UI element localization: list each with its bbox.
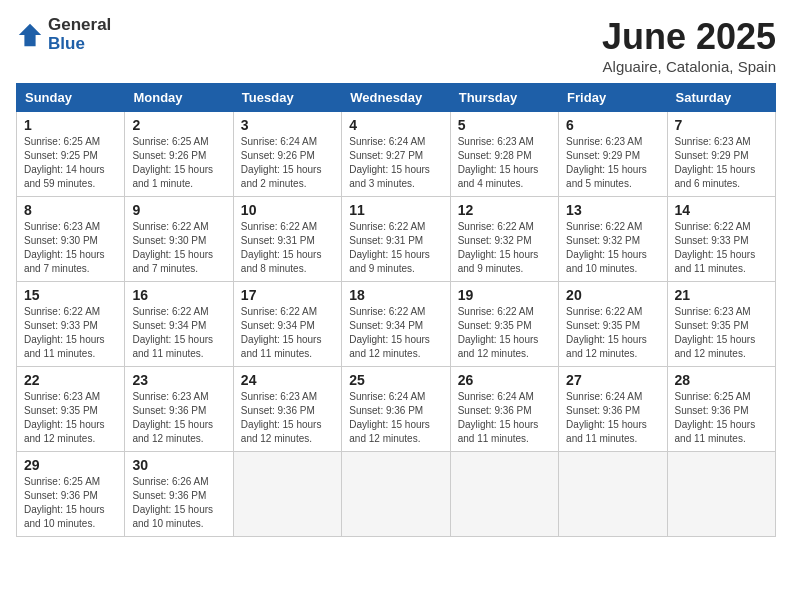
day-number: 16	[132, 287, 225, 303]
day-number: 15	[24, 287, 117, 303]
calendar-cell: 5Sunrise: 6:23 AM Sunset: 9:28 PM Daylig…	[450, 112, 558, 197]
day-number: 6	[566, 117, 659, 133]
calendar-cell: 3Sunrise: 6:24 AM Sunset: 9:26 PM Daylig…	[233, 112, 341, 197]
day-number: 7	[675, 117, 768, 133]
svg-marker-0	[19, 23, 41, 45]
calendar-cell: 1Sunrise: 6:25 AM Sunset: 9:25 PM Daylig…	[17, 112, 125, 197]
day-number: 13	[566, 202, 659, 218]
calendar-cell: 27Sunrise: 6:24 AM Sunset: 9:36 PM Dayli…	[559, 367, 667, 452]
day-info: Sunrise: 6:22 AM Sunset: 9:35 PM Dayligh…	[566, 305, 659, 361]
calendar-cell: 28Sunrise: 6:25 AM Sunset: 9:36 PM Dayli…	[667, 367, 775, 452]
header-wednesday: Wednesday	[342, 84, 450, 112]
day-info: Sunrise: 6:25 AM Sunset: 9:36 PM Dayligh…	[24, 475, 117, 531]
calendar-cell	[450, 452, 558, 537]
day-info: Sunrise: 6:23 AM Sunset: 9:29 PM Dayligh…	[566, 135, 659, 191]
day-number: 26	[458, 372, 551, 388]
day-info: Sunrise: 6:22 AM Sunset: 9:32 PM Dayligh…	[566, 220, 659, 276]
day-info: Sunrise: 6:23 AM Sunset: 9:30 PM Dayligh…	[24, 220, 117, 276]
day-number: 21	[675, 287, 768, 303]
day-info: Sunrise: 6:26 AM Sunset: 9:36 PM Dayligh…	[132, 475, 225, 531]
calendar-subtitle: Alguaire, Catalonia, Spain	[602, 58, 776, 75]
calendar-cell: 23Sunrise: 6:23 AM Sunset: 9:36 PM Dayli…	[125, 367, 233, 452]
day-number: 24	[241, 372, 334, 388]
header-friday: Friday	[559, 84, 667, 112]
day-info: Sunrise: 6:22 AM Sunset: 9:33 PM Dayligh…	[24, 305, 117, 361]
day-number: 19	[458, 287, 551, 303]
calendar-cell: 4Sunrise: 6:24 AM Sunset: 9:27 PM Daylig…	[342, 112, 450, 197]
day-number: 11	[349, 202, 442, 218]
day-info: Sunrise: 6:22 AM Sunset: 9:31 PM Dayligh…	[349, 220, 442, 276]
day-info: Sunrise: 6:22 AM Sunset: 9:34 PM Dayligh…	[241, 305, 334, 361]
calendar-cell	[342, 452, 450, 537]
day-number: 28	[675, 372, 768, 388]
calendar-cell: 17Sunrise: 6:22 AM Sunset: 9:34 PM Dayli…	[233, 282, 341, 367]
day-number: 10	[241, 202, 334, 218]
day-number: 9	[132, 202, 225, 218]
calendar-row: 15Sunrise: 6:22 AM Sunset: 9:33 PM Dayli…	[17, 282, 776, 367]
day-info: Sunrise: 6:22 AM Sunset: 9:33 PM Dayligh…	[675, 220, 768, 276]
day-number: 2	[132, 117, 225, 133]
day-number: 3	[241, 117, 334, 133]
header-monday: Monday	[125, 84, 233, 112]
day-info: Sunrise: 6:22 AM Sunset: 9:34 PM Dayligh…	[132, 305, 225, 361]
header-sunday: Sunday	[17, 84, 125, 112]
day-number: 20	[566, 287, 659, 303]
calendar-cell: 18Sunrise: 6:22 AM Sunset: 9:34 PM Dayli…	[342, 282, 450, 367]
calendar-cell: 12Sunrise: 6:22 AM Sunset: 9:32 PM Dayli…	[450, 197, 558, 282]
logo-text-blue: Blue	[48, 35, 111, 54]
day-number: 27	[566, 372, 659, 388]
day-info: Sunrise: 6:23 AM Sunset: 9:35 PM Dayligh…	[24, 390, 117, 446]
day-info: Sunrise: 6:25 AM Sunset: 9:36 PM Dayligh…	[675, 390, 768, 446]
calendar-cell: 30Sunrise: 6:26 AM Sunset: 9:36 PM Dayli…	[125, 452, 233, 537]
day-number: 5	[458, 117, 551, 133]
calendar-cell	[559, 452, 667, 537]
day-number: 23	[132, 372, 225, 388]
logo-text-general: General	[48, 16, 111, 35]
day-number: 30	[132, 457, 225, 473]
day-number: 17	[241, 287, 334, 303]
day-info: Sunrise: 6:23 AM Sunset: 9:28 PM Dayligh…	[458, 135, 551, 191]
calendar-cell: 7Sunrise: 6:23 AM Sunset: 9:29 PM Daylig…	[667, 112, 775, 197]
day-info: Sunrise: 6:25 AM Sunset: 9:25 PM Dayligh…	[24, 135, 117, 191]
day-number: 22	[24, 372, 117, 388]
calendar-cell: 22Sunrise: 6:23 AM Sunset: 9:35 PM Dayli…	[17, 367, 125, 452]
day-info: Sunrise: 6:24 AM Sunset: 9:26 PM Dayligh…	[241, 135, 334, 191]
calendar-cell: 2Sunrise: 6:25 AM Sunset: 9:26 PM Daylig…	[125, 112, 233, 197]
calendar-row: 29Sunrise: 6:25 AM Sunset: 9:36 PM Dayli…	[17, 452, 776, 537]
day-number: 29	[24, 457, 117, 473]
calendar-cell: 10Sunrise: 6:22 AM Sunset: 9:31 PM Dayli…	[233, 197, 341, 282]
day-info: Sunrise: 6:24 AM Sunset: 9:36 PM Dayligh…	[566, 390, 659, 446]
calendar-cell: 20Sunrise: 6:22 AM Sunset: 9:35 PM Dayli…	[559, 282, 667, 367]
calendar-cell: 29Sunrise: 6:25 AM Sunset: 9:36 PM Dayli…	[17, 452, 125, 537]
header-tuesday: Tuesday	[233, 84, 341, 112]
calendar-title: June 2025	[602, 16, 776, 58]
calendar-cell: 8Sunrise: 6:23 AM Sunset: 9:30 PM Daylig…	[17, 197, 125, 282]
calendar-cell: 16Sunrise: 6:22 AM Sunset: 9:34 PM Dayli…	[125, 282, 233, 367]
day-number: 12	[458, 202, 551, 218]
calendar-row: 1Sunrise: 6:25 AM Sunset: 9:25 PM Daylig…	[17, 112, 776, 197]
day-number: 25	[349, 372, 442, 388]
day-info: Sunrise: 6:24 AM Sunset: 9:36 PM Dayligh…	[458, 390, 551, 446]
calendar-cell: 21Sunrise: 6:23 AM Sunset: 9:35 PM Dayli…	[667, 282, 775, 367]
day-info: Sunrise: 6:22 AM Sunset: 9:35 PM Dayligh…	[458, 305, 551, 361]
day-info: Sunrise: 6:22 AM Sunset: 9:31 PM Dayligh…	[241, 220, 334, 276]
calendar-cell	[667, 452, 775, 537]
day-info: Sunrise: 6:22 AM Sunset: 9:30 PM Dayligh…	[132, 220, 225, 276]
calendar-cell: 26Sunrise: 6:24 AM Sunset: 9:36 PM Dayli…	[450, 367, 558, 452]
title-area: June 2025 Alguaire, Catalonia, Spain	[602, 16, 776, 75]
calendar-cell: 15Sunrise: 6:22 AM Sunset: 9:33 PM Dayli…	[17, 282, 125, 367]
day-info: Sunrise: 6:22 AM Sunset: 9:32 PM Dayligh…	[458, 220, 551, 276]
day-number: 1	[24, 117, 117, 133]
day-info: Sunrise: 6:24 AM Sunset: 9:27 PM Dayligh…	[349, 135, 442, 191]
calendar-row: 22Sunrise: 6:23 AM Sunset: 9:35 PM Dayli…	[17, 367, 776, 452]
day-info: Sunrise: 6:23 AM Sunset: 9:36 PM Dayligh…	[241, 390, 334, 446]
day-info: Sunrise: 6:23 AM Sunset: 9:35 PM Dayligh…	[675, 305, 768, 361]
day-number: 8	[24, 202, 117, 218]
calendar-row: 8Sunrise: 6:23 AM Sunset: 9:30 PM Daylig…	[17, 197, 776, 282]
header: General Blue June 2025 Alguaire, Catalon…	[16, 16, 776, 75]
calendar-cell: 25Sunrise: 6:24 AM Sunset: 9:36 PM Dayli…	[342, 367, 450, 452]
calendar-cell: 6Sunrise: 6:23 AM Sunset: 9:29 PM Daylig…	[559, 112, 667, 197]
logo: General Blue	[16, 16, 111, 53]
day-info: Sunrise: 6:23 AM Sunset: 9:36 PM Dayligh…	[132, 390, 225, 446]
day-number: 14	[675, 202, 768, 218]
